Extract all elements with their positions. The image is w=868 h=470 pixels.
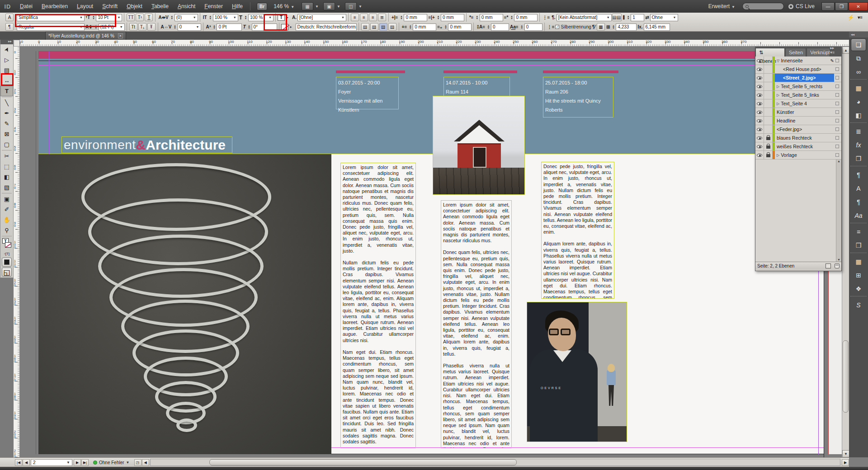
zoom-tool-icon[interactable]: ⚲ <box>0 225 13 235</box>
horizontal-scroll-thumb[interactable] <box>209 459 517 465</box>
baseline-shift-field[interactable]: 0 Pt <box>217 24 242 31</box>
layer-select-square[interactable] <box>835 127 839 131</box>
span-columns-dropdown[interactable]: Ohne▼ <box>650 14 678 21</box>
panel-menu-icon[interactable]: ▾≡ <box>858 15 863 20</box>
leading-dropdown[interactable]: (12 Pt)▼ <box>99 24 125 31</box>
gap-tool-icon[interactable]: ↔ <box>0 75 13 86</box>
layer-row[interactable]: weißes Rechteck <box>755 142 841 151</box>
tab-seiten[interactable]: Seiten <box>785 48 806 56</box>
horizontal-scale-stepper[interactable]: ▲▼ <box>244 15 248 20</box>
space-before-field[interactable]: 0 mm <box>413 24 436 31</box>
menu-objekt[interactable]: Objekt <box>122 3 147 9</box>
layer-name[interactable]: ▷Text_Seite 4 <box>775 99 834 108</box>
layer-row[interactable]: <Red House.psd> <box>755 65 841 74</box>
layer-row[interactable]: ▷Text_Seite 5_links <box>755 91 841 99</box>
layer-select-square[interactable] <box>835 145 839 148</box>
indent-left-stepper[interactable]: ▲▼ <box>399 15 403 20</box>
event-accent-bar[interactable] <box>543 70 618 73</box>
drop-cap-chars-field[interactable]: 0 <box>524 24 542 31</box>
stroke-swatch-icon[interactable] <box>5 242 11 248</box>
line-tool-icon[interactable]: ╲ <box>0 98 13 108</box>
layer-name[interactable]: ▽Innenseite✎ <box>775 56 834 65</box>
paragraph-styles-panel-icon[interactable]: ≡ <box>851 226 866 238</box>
layer-name[interactable]: blaues Rechteck <box>775 134 834 142</box>
lock-icon[interactable] <box>764 151 773 159</box>
panel-menu-icon[interactable]: ▾≡ <box>830 50 835 55</box>
swatches-panel-icon[interactable]: ▦ <box>851 82 866 94</box>
language-dropdown[interactable]: Deutsch: Rechtschreibreform▼ <box>296 24 357 31</box>
dock-collapse-icon[interactable]: ◂◂ <box>849 32 868 38</box>
tab-ebenen[interactable]: ⇅ Ebenen <box>755 48 785 56</box>
quick-apply-icon[interactable]: ⚡ <box>847 14 854 21</box>
flyer-top-accent-bar[interactable] <box>38 51 824 59</box>
preview-mode-button[interactable]: ◱ <box>2 268 12 277</box>
text-column-3[interactable]: Donec pede justo, fringilla vel, aliquet… <box>541 162 614 299</box>
layer-select-square[interactable] <box>835 153 839 157</box>
menu-tabelle[interactable]: Tabelle <box>147 3 173 9</box>
justify-last-left-button[interactable]: ▤ <box>361 23 369 31</box>
columns-stepper[interactable]: ▲▼ <box>626 15 630 20</box>
layer-name[interactable]: ▷Text_Seite 5_links <box>775 91 834 99</box>
visibility-eye-icon[interactable] <box>755 74 764 82</box>
columns-count-field[interactable]: 1 <box>631 14 644 21</box>
layer-row[interactable]: ▷Vorlage <box>755 151 841 160</box>
bridge-button[interactable]: Br <box>257 3 267 10</box>
layer-select-square[interactable] <box>835 76 839 80</box>
lock-icon[interactable] <box>764 134 773 142</box>
layer-name[interactable]: <Red House.psd> <box>775 65 834 73</box>
horizontal-scale-dropdown[interactable]: 100 %▼ <box>248 14 274 21</box>
visibility-eye-icon[interactable] <box>755 82 764 90</box>
minimize-button[interactable]: — <box>821 2 835 11</box>
document-canvas[interactable]: 03.07.2015 - 20:00FoyerVernissage mit al… <box>20 47 842 457</box>
close-button[interactable]: ✕ <box>849 2 868 11</box>
align-left-button[interactable]: ≡ <box>351 14 359 21</box>
panel-expand-icon[interactable]: ▸▸ <box>830 46 834 50</box>
kerning-dropdown[interactable]: (0)▼ <box>175 14 198 21</box>
layers-panel-icon[interactable]: ❏ <box>851 38 866 51</box>
first-page-button[interactable]: |◀ <box>15 459 22 466</box>
layer-name[interactable]: <Street_2.jpg> <box>775 74 834 82</box>
horizontal-scrollbar[interactable] <box>150 459 840 466</box>
layer-select-square[interactable] <box>835 119 839 122</box>
text-column-1[interactable]: Lorem ipsum dolor sit amet, consectetuer… <box>340 163 416 448</box>
zoom-level-dropdown[interactable]: 146 %▼ <box>274 3 294 9</box>
street-photo[interactable]: OEVRSE <box>527 302 627 442</box>
glyphs-panel-icon[interactable]: A <box>851 182 866 195</box>
table-styles-panel-icon[interactable]: ❖ <box>851 282 866 295</box>
menu-fenster[interactable]: Fenster <box>200 3 227 9</box>
fill-color-swatch[interactable]: T <box>278 14 285 21</box>
previous-page-button[interactable]: ◀ <box>23 459 30 466</box>
layer-select-square[interactable] <box>835 93 839 97</box>
layer-name[interactable]: weißes Rechteck <box>775 142 834 150</box>
layer-name[interactable]: ▷Vorlage <box>775 151 834 159</box>
search-input[interactable] <box>742 3 784 10</box>
event-accent-bar[interactable] <box>443 70 517 73</box>
hand-tool-icon[interactable]: ✋ <box>0 215 13 225</box>
font-size-dropdown[interactable]: 10 Pt▼ <box>96 14 122 21</box>
workspace-switcher[interactable]: Erweitert▼ <box>708 3 735 9</box>
space-after-stepper[interactable]: ▲▼ <box>443 25 448 29</box>
vertical-ruler[interactable]: 0102030405060708090100110120130140150160… <box>14 47 20 457</box>
restore-button[interactable]: ❐ <box>835 2 848 11</box>
text-wrap-panel-icon[interactable]: ¶ <box>851 169 866 181</box>
layer-name[interactable]: Künstler <box>775 108 834 116</box>
justify-all-button[interactable]: ▤ <box>379 23 387 31</box>
visibility-eye-icon[interactable] <box>755 65 764 73</box>
tab-verknuepfungen[interactable]: Verknüpfu <box>807 48 830 56</box>
font-size-stepper[interactable]: ▲▼ <box>91 15 95 20</box>
lock-cell-empty[interactable] <box>764 82 773 90</box>
skew-field[interactable]: 0° <box>252 24 277 31</box>
rectangle-tool-icon[interactable]: ▢ <box>0 139 13 150</box>
lock-cell-empty[interactable] <box>764 56 773 65</box>
page-number-dropdown[interactable]: 2▼ <box>31 459 72 466</box>
event-text-frame-3[interactable]: 25.07.2015 - 18:00Raum 206Hit the street… <box>543 77 613 118</box>
layer-select-square[interactable] <box>835 67 839 71</box>
pen-tool-icon[interactable]: ✒ <box>0 108 13 118</box>
lock-cell-empty[interactable] <box>764 65 773 73</box>
character-style-dropdown[interactable]: [Ohne]▼ <box>297 14 346 21</box>
balance-columns-button[interactable]: ▤▤ <box>612 14 622 21</box>
all-caps-button[interactable]: TT <box>127 14 135 21</box>
indent-right-stepper[interactable]: ▲▼ <box>436 15 440 20</box>
visibility-eye-icon[interactable] <box>755 108 764 116</box>
last-page-button[interactable]: ▶| <box>81 459 89 466</box>
